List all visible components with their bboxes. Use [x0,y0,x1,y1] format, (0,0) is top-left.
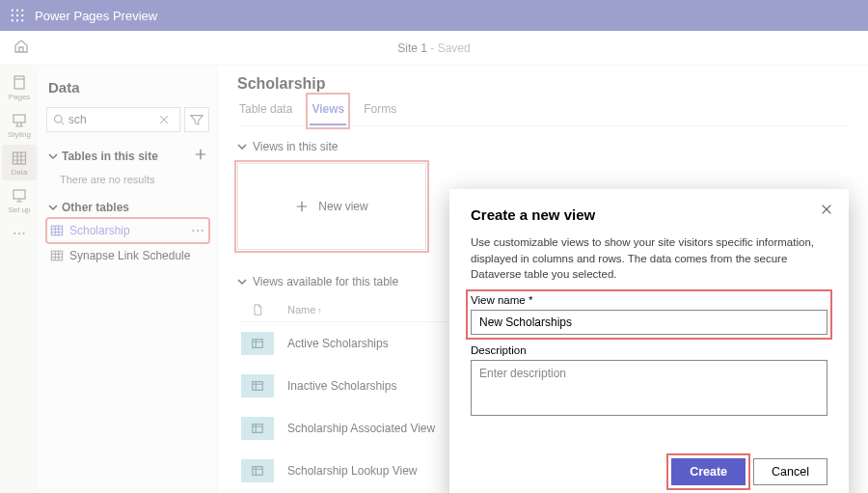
create-view-dialog: Create a new view Use customizable views… [449,189,849,493]
view-name-label: View name * [471,294,827,306]
create-button[interactable]: Create [671,458,746,485]
dialog-title: Create a new view [471,206,827,223]
dialog-description: Use customizable views to show your site… [471,234,827,283]
description-label: Description [471,344,827,356]
cancel-button[interactable]: Cancel [753,458,827,485]
view-name-input[interactable] [471,310,827,335]
close-icon [820,203,833,216]
description-input[interactable] [471,360,827,416]
close-button[interactable] [820,203,833,220]
